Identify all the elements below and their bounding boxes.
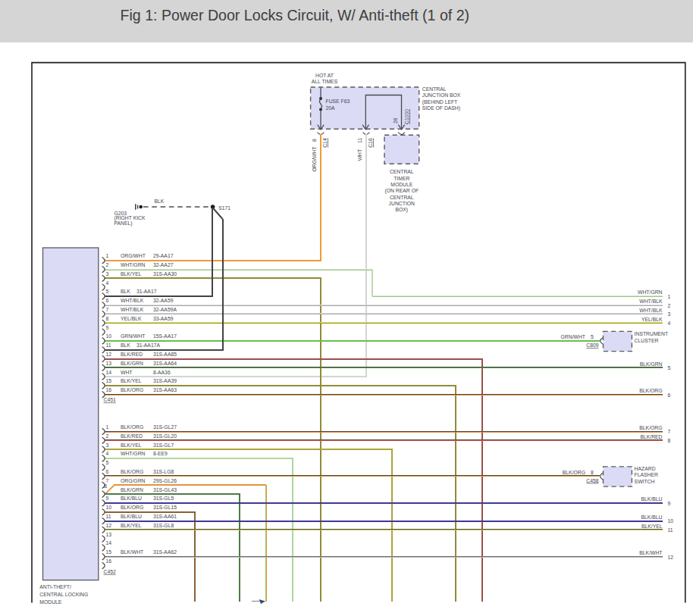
svg-text:3: 3 (106, 442, 109, 448)
svg-text:20A: 20A (326, 105, 336, 111)
svg-text:ORG/WHT: ORG/WHT (312, 147, 317, 172)
svg-text:SWITCH: SWITCH (635, 479, 655, 484)
svg-text:BLK/WHT: BLK/WHT (121, 549, 143, 555)
svg-text:8: 8 (591, 470, 594, 475)
svg-text:FUSE F63: FUSE F63 (326, 98, 350, 104)
svg-text:BLK: BLK (121, 289, 130, 294)
svg-text:8-EE9: 8-EE9 (153, 451, 168, 456)
svg-text:6: 6 (106, 469, 109, 474)
svg-text:26: 26 (393, 117, 398, 124)
svg-text:7: 7 (106, 307, 109, 312)
svg-text:9: 9 (668, 501, 671, 506)
svg-text:11: 11 (106, 514, 111, 519)
svg-text:8: 8 (312, 139, 317, 142)
svg-text:ORG/GRN: ORG/GRN (121, 478, 146, 483)
svg-text:15: 15 (106, 549, 112, 555)
svg-text:8: 8 (106, 316, 109, 321)
svg-text:1: 1 (106, 253, 109, 258)
svg-text:GRN/WHT: GRN/WHT (121, 333, 145, 339)
svg-text:31S-GL8: 31S-GL8 (153, 523, 174, 528)
svg-text:YEL/BLK: YEL/BLK (641, 317, 663, 322)
svg-text:BLK/BLU: BLK/BLU (641, 514, 663, 520)
svg-text:3: 3 (106, 271, 109, 277)
svg-text:(BEHIND LEFT: (BEHIND LEFT (422, 99, 457, 105)
svg-text:3: 3 (668, 311, 671, 317)
svg-text:BLK/YEL: BLK/YEL (121, 442, 142, 448)
svg-text:11: 11 (357, 138, 362, 143)
svg-text:WHT: WHT (357, 149, 362, 161)
svg-text:MODULE: MODULE (390, 182, 413, 187)
svg-text:31S-GL43: 31S-GL43 (153, 487, 177, 492)
svg-text:WHT/GRN: WHT/GRN (121, 451, 146, 456)
svg-text:BLK/ORG: BLK/ORG (121, 505, 143, 510)
svg-text:TIMER: TIMER (394, 176, 409, 181)
svg-text:C809: C809 (586, 342, 598, 348)
svg-text:31S-AA63: 31S-AA63 (153, 387, 177, 392)
svg-text:C14: C14 (322, 138, 328, 148)
svg-text:BLK/ORG: BLK/ORG (121, 387, 143, 392)
svg-text:4: 4 (106, 280, 109, 286)
svg-text:1: 1 (668, 294, 671, 299)
svg-text:BLK/ORG: BLK/ORG (563, 470, 585, 475)
svg-text:10: 10 (106, 505, 112, 510)
svg-text:BLK/YEL: BLK/YEL (121, 523, 142, 528)
svg-text:32-AA27: 32-AA27 (153, 262, 174, 267)
svg-text:WHT/BLK: WHT/BLK (121, 298, 144, 303)
svg-text:11: 11 (106, 342, 111, 348)
svg-text:INSTRUMENT: INSTRUMENT (635, 331, 669, 336)
svg-text:BLK/ORG: BLK/ORG (121, 424, 143, 430)
svg-text:1: 1 (106, 424, 109, 430)
svg-text:BLK/BLU: BLK/BLU (121, 514, 142, 519)
svg-text:BLK: BLK (121, 342, 130, 348)
svg-text:33-AA59: 33-AA59 (153, 316, 174, 321)
svg-text:8: 8 (668, 438, 671, 443)
svg-text:BLK/RED: BLK/RED (640, 434, 662, 439)
svg-text:6: 6 (668, 392, 671, 398)
svg-text:GRN/WHT: GRN/WHT (561, 334, 585, 339)
svg-text:16: 16 (106, 558, 112, 564)
svg-text:BLK/GRN: BLK/GRN (121, 487, 143, 492)
svg-text:7: 7 (106, 478, 109, 483)
svg-text:HOT AT: HOT AT (315, 73, 334, 78)
svg-text:11: 11 (668, 527, 673, 533)
svg-text:5: 5 (106, 460, 109, 465)
svg-text:BLK/ORG: BLK/ORG (639, 388, 662, 393)
svg-text:16: 16 (106, 387, 112, 392)
svg-text:31-AA17: 31-AA17 (136, 289, 157, 294)
svg-text:14: 14 (106, 540, 112, 546)
svg-text:29-AA17: 29-AA17 (153, 253, 174, 258)
svg-text:BLK/ORG: BLK/ORG (121, 469, 143, 474)
svg-text:Fig 1: Power Door Locks Circui: Fig 1: Power Door Locks Circuit, W/ Anti… (121, 7, 470, 23)
svg-text:9: 9 (106, 496, 109, 501)
svg-text:32-AA59A: 32-AA59A (153, 307, 177, 312)
svg-text:6: 6 (106, 298, 109, 303)
svg-text:8: 8 (104, 483, 107, 489)
svg-text:31S-GL20: 31S-GL20 (153, 433, 177, 439)
svg-text:14: 14 (106, 370, 112, 375)
svg-text:12: 12 (106, 523, 112, 528)
svg-text:BLK/GRN: BLK/GRN (121, 361, 143, 366)
svg-text:YEL/BLK: YEL/BLK (121, 316, 142, 321)
svg-text:8-AA36: 8-AA36 (153, 370, 171, 375)
svg-text:31-AA17A: 31-AA17A (136, 342, 160, 348)
svg-text:ORG/WHT: ORG/WHT (121, 253, 146, 258)
svg-text:BLK/WHT: BLK/WHT (639, 550, 662, 555)
svg-text:2: 2 (106, 262, 109, 267)
svg-text:4: 4 (668, 321, 671, 326)
svg-text:31S-AA62: 31S-AA62 (153, 549, 177, 555)
svg-text:BLK/YEL: BLK/YEL (121, 378, 142, 383)
svg-text:C16: C16 (368, 138, 373, 148)
svg-text:WHT/GRN: WHT/GRN (121, 262, 146, 267)
svg-text:BLK/BLU: BLK/BLU (641, 496, 663, 502)
svg-text:C452: C452 (104, 569, 116, 574)
svg-text:7: 7 (668, 429, 671, 434)
svg-text:31S-GL27: 31S-GL27 (153, 424, 177, 430)
svg-text:9: 9 (106, 325, 109, 330)
svg-text:31S-LG8: 31S-LG8 (153, 469, 174, 474)
svg-text:WHT: WHT (121, 370, 132, 375)
svg-text:BLK/BLU: BLK/BLU (121, 496, 142, 501)
svg-text:4: 4 (106, 451, 109, 456)
svg-text:29S-GL26: 29S-GL26 (153, 478, 177, 483)
svg-text:31S-AA39: 31S-AA39 (153, 378, 177, 383)
svg-text:31S-GL7: 31S-GL7 (153, 442, 174, 448)
